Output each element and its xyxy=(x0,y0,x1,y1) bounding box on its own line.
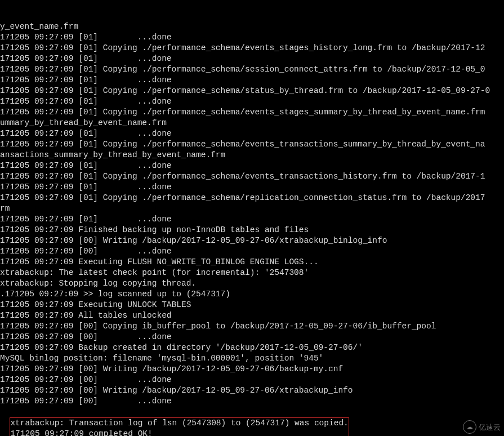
log-line: y_event_name.frm xyxy=(0,21,504,32)
log-lines: y_event_name.frm171205 09:27:09 [01] ...… xyxy=(0,21,504,407)
log-line: ansactions_summary_by_thread_by_event_na… xyxy=(0,150,504,161)
cloud-icon: ☁ xyxy=(463,420,476,434)
log-line: 171205 09:27:09 [01] ...done xyxy=(0,54,504,64)
terminal-output[interactable]: y_event_name.frm171205 09:27:09 [01] ...… xyxy=(0,0,504,436)
log-line: 171205 09:27:09 [00] ...done xyxy=(0,246,504,257)
log-line: .171205 09:27:09 >> log scanned up to (2… xyxy=(0,289,504,300)
log-line: 171205 09:27:09 Executing UNLOCK TABLES xyxy=(0,300,504,310)
log-line: 171205 09:27:09 Backup created in direct… xyxy=(0,342,504,353)
watermark-text: 亿速云 xyxy=(479,422,501,433)
highlighted-result: xtrabackup: Transaction log of lsn (2547… xyxy=(10,417,349,436)
log-line: 171205 09:27:09 [00] Copying ib_buffer_p… xyxy=(0,321,504,332)
log-line: ummary_by_thread_by_event_name.frm xyxy=(0,118,504,128)
log-line: 171205 09:27:09 [01] Copying ./performan… xyxy=(0,64,504,75)
log-line: 171205 09:27:09 [00] ...done xyxy=(0,396,504,407)
log-line: MySQL binlog position: filename 'mysql-b… xyxy=(0,353,504,364)
log-line: 171205 09:27:09 [00] Writing /backup/201… xyxy=(0,364,504,375)
log-line: 171205 09:27:09 [00] Writing /backup/201… xyxy=(0,235,504,246)
highlight-line-2: 171205 09:27:09 completed OK! xyxy=(10,429,152,436)
log-line: 171205 09:27:09 [01] Copying ./performan… xyxy=(0,107,504,118)
log-line: 171205 09:27:09 [00] Writing /backup/201… xyxy=(0,385,504,396)
log-line: 171205 09:27:09 [01] Copying ./performan… xyxy=(0,139,504,150)
log-line: 171205 09:27:09 [01] ...done xyxy=(0,161,504,171)
log-line: 171205 09:27:09 [01] ...done xyxy=(0,75,504,86)
log-line: rm xyxy=(0,203,504,214)
watermark: ☁ 亿速云 xyxy=(463,420,501,434)
log-line: 171205 09:27:09 [01] Copying ./performan… xyxy=(0,171,504,182)
log-line: 171205 09:27:09 [01] Copying ./performan… xyxy=(0,86,504,96)
log-line: 171205 09:27:09 [01] ...done xyxy=(0,32,504,43)
log-line: 171205 09:27:09 [01] ...done xyxy=(0,128,504,139)
log-line: 171205 09:27:09 [01] Copying ./performan… xyxy=(0,193,504,203)
log-line: 171205 09:27:09 Finished backing up non-… xyxy=(0,225,504,235)
log-line: 171205 09:27:09 [00] ...done xyxy=(0,375,504,385)
highlight-line-1: xtrabackup: Transaction log of lsn (2547… xyxy=(10,419,348,428)
log-line: 171205 09:27:09 Executing FLUSH NO_WRITE… xyxy=(0,257,504,268)
log-line: 171205 09:27:09 [00] ...done xyxy=(0,332,504,342)
log-line: 171205 09:27:09 All tables unlocked xyxy=(0,310,504,321)
log-line: xtrabackup: The latest check point (for … xyxy=(0,268,504,278)
log-line: xtrabackup: Stopping log copying thread. xyxy=(0,278,504,289)
log-line: 171205 09:27:09 [01] Copying ./performan… xyxy=(0,43,504,54)
log-line: 171205 09:27:09 [01] ...done xyxy=(0,96,504,107)
log-line: 171205 09:27:09 [01] ...done xyxy=(0,214,504,225)
log-line: 171205 09:27:09 [01] ...done xyxy=(0,182,504,193)
